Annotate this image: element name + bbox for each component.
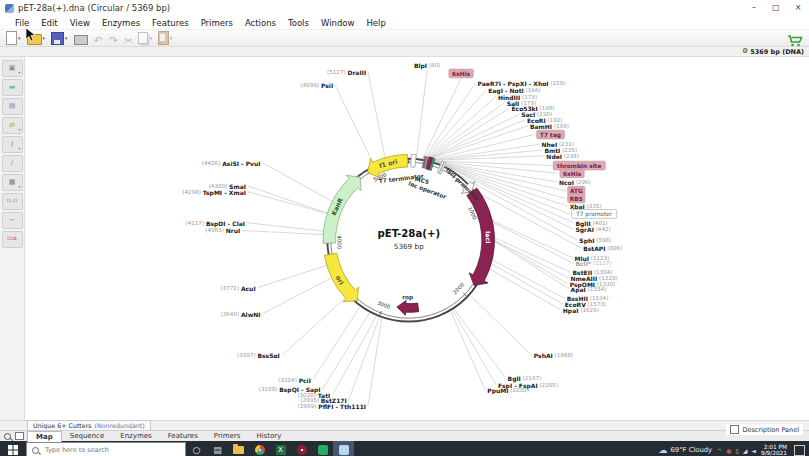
menu-item-window[interactable]: Window	[315, 18, 361, 28]
enzyme-label-tspmi-xmai[interactable]: (4298) TspMI - XmaI	[182, 188, 246, 196]
paste-button[interactable]: ▾	[156, 31, 175, 46]
tab-sequence[interactable]: Sequence	[62, 431, 113, 441]
dropdown-caret-icon[interactable]: ▾	[18, 127, 20, 132]
numbering-tool[interactable]: (1,2)	[2, 193, 23, 210]
menu-item-tools[interactable]: Tools	[282, 18, 315, 28]
show-enzymes-tool[interactable]: ▬	[2, 79, 23, 96]
menu-item-actions[interactable]: Actions	[239, 18, 282, 28]
enzyme-label-acui[interactable]: (3772) AcuI	[220, 284, 255, 291]
dropdown-caret-icon[interactable]: ▾	[18, 184, 20, 189]
tab-history[interactable]: History	[248, 431, 289, 441]
enzyme-label-draiii[interactable]: (5127) DraIII	[327, 69, 366, 76]
snapgene-icon[interactable]	[333, 440, 354, 456]
description-panel-checkbox[interactable]	[730, 425, 739, 434]
feature-T7-terminator[interactable]	[411, 154, 416, 167]
shopping-cart-icon[interactable]	[787, 32, 803, 51]
redo-button[interactable]	[107, 31, 120, 46]
dropdown-caret-icon[interactable]: ▾	[65, 35, 68, 41]
description-panel-toggle[interactable]: Description Panel	[726, 424, 803, 435]
action-center-icon[interactable]	[794, 445, 805, 456]
taskbar-search[interactable]	[26, 442, 186, 456]
chevron-up-icon[interactable]: ^	[717, 447, 722, 454]
minimize-button[interactable]: –	[743, 0, 765, 15]
chrome-icon[interactable]	[249, 440, 270, 456]
enzyme-label-pcii[interactable]: (3224) PciI	[278, 376, 311, 383]
dropdown-caret-icon[interactable]: ▾	[18, 35, 21, 41]
tab-features[interactable]: Features	[160, 431, 206, 441]
enzyme-label-alwni[interactable]: (3640) AlwNI	[221, 310, 261, 317]
enzyme-label-ncoi[interactable]: NcoI (296)	[559, 179, 591, 186]
menu-item-file[interactable]: File	[9, 18, 35, 28]
dropdown-caret-icon[interactable]: ▾	[149, 35, 152, 41]
show-orfs-tool[interactable]: ▦▾	[2, 174, 23, 191]
feature-KanR[interactable]	[323, 175, 361, 243]
menu-item-primers[interactable]: Primers	[195, 18, 239, 28]
tab-primers[interactable]: Primers	[206, 431, 249, 441]
enzyme-label-bsss-i[interactable]: (3397) BssSαI	[237, 352, 280, 359]
enzyme-label-ppumi[interactable]: PpuMI (2230)	[487, 387, 529, 395]
enzyme-label-pflfi-tth111i[interactable]: (2969) PflFI - Tth111I	[298, 402, 366, 409]
tab-enzymes[interactable]: Enzymes	[112, 431, 159, 441]
draw-tool[interactable]: /	[2, 155, 23, 172]
zoom-search-icon[interactable]	[4, 433, 11, 440]
enzyme-label-nrui[interactable]: (4083) NruI	[205, 227, 240, 234]
enzyme-label-bamhi[interactable]: BamHI (198)	[530, 122, 569, 129]
close-button[interactable]: ×	[787, 0, 809, 15]
search-input[interactable]	[43, 445, 167, 455]
feature-tag-label-t7-tag: T7 tag	[540, 132, 561, 139]
cut-button[interactable]	[122, 31, 134, 46]
enzyme-label-hpai[interactable]: HpaI (1629)	[563, 306, 599, 314]
enzyme-label-asisi-pvui[interactable]: (4426) AsiSI - PvuI	[202, 159, 261, 166]
dropdown-caret-icon[interactable]: ▾	[18, 146, 20, 151]
nonredundant-label[interactable]: (Nonredundant)	[95, 422, 145, 429]
cca-tool[interactable]: CCA	[2, 231, 23, 248]
new-button[interactable]: ▾	[4, 31, 23, 46]
show-features-tool[interactable]: ▤	[2, 98, 23, 115]
weather-widget[interactable]: ☁ 69°F Cloudy	[659, 445, 713, 455]
unique-cutters-chip[interactable]: Unique 6+ Cutters (Nonredundant)	[27, 420, 151, 430]
enzyme-label-apai[interactable]: ApaI (1334)	[571, 285, 607, 293]
enzyme-label-ndei[interactable]: NdeI (238)	[546, 152, 579, 159]
file-explorer-icon[interactable]	[228, 440, 249, 456]
cortana-icon[interactable]: ○	[186, 440, 207, 456]
volume-icon[interactable]: ◄	[751, 447, 756, 454]
menu-item-enzymes[interactable]: Enzymes	[96, 18, 146, 28]
show-translations-tool[interactable]: ⇄▾	[2, 117, 23, 134]
task-view-icon[interactable]: ▤	[207, 440, 228, 456]
network-icon[interactable]: ◢	[743, 447, 748, 454]
green-app-icon[interactable]	[312, 440, 333, 456]
enzyme-label-xbai[interactable]: XbaI (335)	[570, 203, 602, 210]
menu-item-features[interactable]: Features	[146, 18, 195, 28]
enzyme-label-bstapi[interactable]: BstAPI (806)	[583, 244, 622, 251]
settings-gear-icon[interactable]: ⚙	[742, 47, 748, 56]
ruler-tool[interactable]: ~	[2, 212, 23, 229]
red-status-icon[interactable]: ●	[726, 447, 731, 454]
show-primers-tool[interactable]: )▾	[2, 136, 23, 153]
menu-item-view[interactable]: View	[64, 18, 96, 28]
feature-rop[interactable]	[397, 301, 419, 316]
tab-map[interactable]: Map	[27, 431, 62, 442]
menu-item-help[interactable]: Help	[360, 18, 391, 28]
print-button[interactable]	[72, 31, 90, 46]
enzyme-label-pshai[interactable]: PshAI (1968)	[534, 352, 573, 359]
enzyme-label-sgrai[interactable]: SgrAI (442)	[575, 226, 610, 234]
copy-button[interactable]: ▾	[136, 31, 154, 46]
leader-line	[349, 318, 380, 400]
taskbar-clock[interactable]: 2:01 PM 9/9/2021	[761, 444, 787, 456]
save-button[interactable]: ▾	[49, 31, 70, 46]
red-app-icon[interactable]	[291, 440, 312, 456]
dropdown-caret-icon[interactable]: ▾	[170, 35, 173, 41]
dropdown-caret-icon[interactable]: ▾	[43, 35, 46, 41]
undo-button[interactable]	[92, 31, 105, 46]
enzyme-label-bcli-[interactable]: BclI* (1137)	[575, 260, 611, 267]
selection-tool[interactable]: ▣▾	[2, 60, 23, 77]
dropdown-caret-icon[interactable]: ▾	[18, 70, 20, 75]
mic-icon[interactable]: ▯	[735, 447, 738, 454]
excel-icon[interactable]	[270, 440, 291, 456]
enzyme-label-psii[interactable]: (4999) PsiI	[301, 82, 334, 89]
panel-layout-icon[interactable]	[15, 432, 24, 440]
enzyme-label-blpi[interactable]: BlpI (80)	[414, 61, 440, 69]
menu-item-edit[interactable]: Edit	[35, 18, 63, 28]
maximize-button[interactable]: □	[765, 0, 787, 15]
start-button[interactable]	[0, 440, 26, 456]
